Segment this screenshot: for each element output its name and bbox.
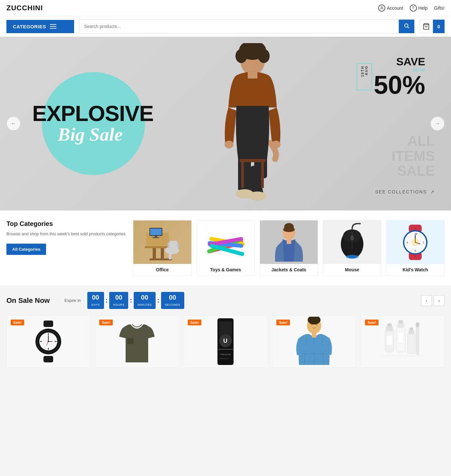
help-link[interactable]: ? Help — [410, 5, 428, 12]
cart-icon[interactable] — [419, 20, 433, 33]
svg-rect-20 — [153, 248, 156, 259]
svg-point-59 — [411, 238, 419, 246]
svg-point-105 — [416, 322, 419, 327]
timer-seconds: 00 SECONDS — [161, 292, 184, 309]
svg-rect-101 — [408, 333, 415, 354]
mouse-category-image — [323, 220, 381, 264]
svg-rect-19 — [145, 246, 170, 248]
hero-save-area: 15TH AUG SAVE up to 50% — [357, 56, 425, 97]
svg-point-0 — [381, 6, 383, 8]
svg-rect-106 — [387, 335, 392, 345]
svg-rect-102 — [408, 330, 414, 334]
gifts-link[interactable]: Gifts! — [434, 5, 445, 11]
on-sale-title: On Sale Now — [6, 296, 58, 305]
search-button[interactable] — [399, 20, 414, 33]
timer-minutes: 00 MINUTES — [134, 292, 156, 309]
see-collections-link[interactable]: SEE COLLECTIONS ↗ — [375, 189, 435, 194]
svg-rect-46 — [350, 235, 354, 240]
on-sale-section: On Sale Now Expire in 00 DAYS : 00 HOURS… — [0, 285, 451, 374]
svg-rect-96 — [386, 326, 393, 331]
category-card-mouse[interactable]: Mouse — [323, 220, 381, 276]
cart-area: 0 — [419, 20, 445, 33]
expire-label: Expire in — [64, 298, 81, 303]
hero-banner: EXPLOSIVE Big Sale — [0, 37, 451, 210]
sale-badge-0: Sale! — [11, 320, 24, 325]
countdown-timer: 00 DAYS : 00 HOURS : 00 MINUTES : 00 SEC… — [87, 292, 184, 309]
sale-badge-3: Sale! — [276, 320, 290, 325]
top-categories-info: Top Categories Browse and shop from this… — [6, 220, 133, 255]
svg-rect-63 — [43, 356, 53, 362]
hero-prev-button[interactable]: ← — [6, 117, 21, 131]
timer-hours: 00 HOURS — [109, 292, 128, 309]
search-input[interactable] — [79, 20, 399, 33]
category-card-office[interactable]: Office — [133, 220, 191, 276]
svg-rect-24 — [169, 250, 171, 259]
svg-rect-15 — [240, 159, 265, 162]
office-category-image — [133, 220, 191, 264]
sale-badge-4: Sale! — [365, 320, 379, 325]
product-card-coffee[interactable]: Sale! U PREMIUM PRODUCT — [184, 315, 267, 368]
svg-point-94 — [315, 323, 317, 325]
help-label: Help — [418, 5, 428, 11]
hamburger-icon — [50, 24, 56, 29]
svg-rect-42 — [287, 239, 291, 244]
svg-point-97 — [387, 323, 392, 327]
svg-rect-107 — [398, 332, 404, 343]
svg-text:12: 12 — [415, 232, 417, 235]
mouse-label: Mouse — [323, 264, 381, 275]
products-row: Sale! — [6, 315, 445, 368]
sale-badge-2: Sale! — [188, 320, 201, 325]
svg-point-6 — [235, 49, 247, 63]
svg-text:6: 6 — [415, 249, 416, 252]
svg-point-9 — [225, 141, 234, 148]
category-card-toys[interactable]: Toys & Games — [197, 220, 255, 276]
sale-navigation: ‹ › — [421, 295, 445, 306]
cursor-icon: ↗ — [430, 189, 435, 194]
category-card-watch[interactable]: 12 3 6 9 Kid's Watch — [386, 220, 445, 276]
product-card-bottles[interactable]: Sale! — [361, 315, 445, 368]
timer-days: 00 DAYS — [87, 292, 104, 309]
svg-text:PRODUCT: PRODUCT — [220, 358, 230, 359]
help-icon: ? — [410, 5, 417, 12]
account-icon — [378, 5, 385, 12]
save-title: SAVE — [374, 56, 425, 67]
svg-rect-8 — [248, 72, 257, 79]
svg-text:9: 9 — [407, 241, 408, 244]
svg-rect-92 — [312, 333, 316, 338]
top-categories-desc: Browse and shop from this week's best so… — [6, 231, 127, 237]
date-badge: 15TH AUG — [357, 63, 372, 90]
save-percent: 50% — [374, 73, 425, 97]
svg-point-14 — [248, 191, 266, 201]
jackets-label: Jackets & Coats — [260, 264, 318, 275]
cart-count[interactable]: 0 — [433, 20, 445, 33]
svg-point-100 — [398, 320, 403, 324]
save-info: SAVE up to 50% — [374, 56, 425, 97]
svg-line-2 — [408, 27, 409, 28]
svg-rect-25 — [169, 241, 177, 251]
svg-point-93 — [311, 323, 313, 325]
search-bar — [79, 19, 415, 33]
svg-text:3: 3 — [423, 241, 424, 244]
category-card-jackets[interactable]: Jackets & Coats — [260, 220, 318, 276]
sale-prev-button[interactable]: ‹ — [421, 295, 432, 306]
hero-text: EXPLOSIVE Big Sale — [32, 102, 148, 145]
svg-text:U: U — [223, 338, 227, 344]
top-categories-title: Top Categories — [6, 220, 127, 228]
sale-next-button[interactable]: › — [434, 295, 445, 306]
hero-next-button[interactable]: → — [430, 117, 445, 131]
all-items-sale: ALLITEMSSALE — [392, 134, 435, 178]
logo: ZUCCHINI — [6, 4, 43, 12]
svg-point-47 — [346, 255, 359, 259]
all-categories-button[interactable]: All Categories — [6, 244, 46, 255]
categories-button[interactable]: CATEGORIES — [6, 20, 74, 33]
product-card-watch[interactable]: Sale! — [6, 315, 90, 368]
svg-rect-26 — [168, 242, 169, 248]
product-card-tshirt[interactable]: Sale! — [95, 315, 179, 368]
account-link[interactable]: Account — [378, 5, 403, 12]
gifts-label: Gifts! — [434, 5, 445, 11]
svg-rect-76 — [127, 338, 134, 344]
svg-rect-16 — [241, 162, 244, 188]
svg-rect-17 — [261, 162, 264, 188]
svg-rect-99 — [397, 323, 404, 328]
product-card-shirt[interactable]: Sale! — [272, 315, 356, 368]
